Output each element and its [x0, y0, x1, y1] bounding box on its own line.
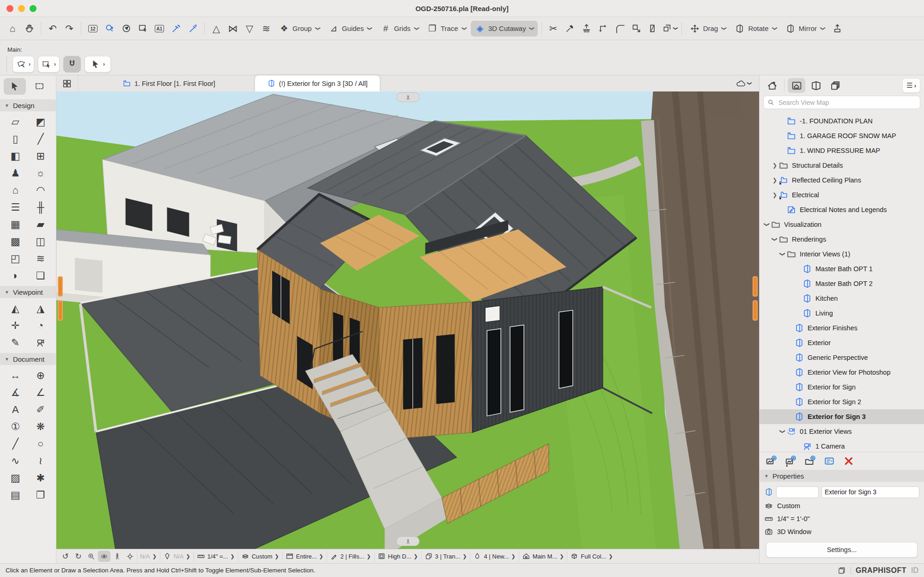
- view-map-item[interactable]: ❯Electrical: [760, 188, 924, 202]
- layers-quick-option[interactable]: Custom❯: [238, 551, 282, 562]
- view-map-item[interactable]: Exterior View for Photoshop: [760, 365, 924, 380]
- view-map-item[interactable]: ❯Renderings: [760, 232, 924, 247]
- graphic-override-quick-option[interactable]: 4 | New...❯: [470, 551, 518, 562]
- grids-button[interactable]: #Grids❯: [377, 21, 422, 36]
- hatch-markers-button[interactable]: ≋: [258, 21, 274, 36]
- section-tool-button[interactable]: ◭: [3, 300, 28, 317]
- multiply-button[interactable]: [829, 21, 845, 36]
- marquee-tool-button[interactable]: [29, 78, 51, 95]
- stair-tool-button[interactable]: ☰: [3, 199, 28, 216]
- find-select-button[interactable]: [102, 21, 117, 36]
- publisher-sets-tab[interactable]: [827, 78, 844, 93]
- delete-button[interactable]: [843, 455, 856, 467]
- spline-tool-button[interactable]: ≀: [28, 452, 54, 469]
- walk-button[interactable]: [111, 551, 123, 562]
- layout-book-tab[interactable]: [807, 78, 825, 93]
- interior-elevation-tool-button[interactable]: ✛: [3, 317, 28, 334]
- display-quality-quick-option[interactable]: High D...❯: [374, 551, 421, 562]
- cutaway-handle-bottom[interactable]: ✂: [396, 536, 419, 546]
- search-input[interactable]: [778, 98, 916, 107]
- arrow-tool-button[interactable]: [4, 78, 26, 95]
- undo-button[interactable]: ↶: [45, 21, 61, 36]
- expander-icon[interactable]: ❯: [764, 221, 770, 228]
- redo-button[interactable]: ↷: [61, 21, 77, 36]
- split-button[interactable]: ✂: [546, 21, 561, 36]
- railing-tool-button[interactable]: ╫: [28, 199, 54, 216]
- select-frame-button[interactable]: [135, 21, 151, 36]
- section-header-viewpoint[interactable]: ▼Viewpoint: [0, 286, 56, 298]
- tab-2[interactable]: (!) Exterior for Sign 3 [3D / All]: [255, 75, 380, 91]
- rotate-button[interactable]: Rotate❯: [730, 21, 780, 36]
- view-map-item[interactable]: 1. GARAGE ROOF SNOW MAP: [760, 128, 924, 143]
- cutaway-3d-button[interactable]: ◈3D Cutaway❯: [471, 21, 538, 36]
- clone-folder-button[interactable]: [784, 455, 797, 467]
- slab-corner-tool-button[interactable]: ◩: [28, 113, 54, 130]
- hatch-tool-button[interactable]: ▨: [3, 469, 28, 486]
- view-map-item[interactable]: -1. FOUNDATION PLAN: [760, 114, 924, 128]
- wall-tool-button[interactable]: ▱: [3, 113, 28, 130]
- measure-button[interactable]: 12: [85, 21, 101, 36]
- dimension-tool-button[interactable]: ↔: [3, 367, 28, 384]
- view-map-tab[interactable]: [788, 78, 805, 93]
- renovation-quick-option[interactable]: 3 | Tran...❯: [421, 551, 470, 562]
- orbit-back-button[interactable]: ↺: [59, 551, 72, 562]
- zoom-in-button[interactable]: [85, 551, 97, 562]
- 3d-cutaway-tool-button[interactable]: ◔: [28, 317, 54, 334]
- drag-button[interactable]: Drag❯: [686, 21, 730, 36]
- resize-button[interactable]: [629, 21, 644, 36]
- label-tool-button[interactable]: ✐: [28, 401, 54, 418]
- view-map-item[interactable]: Electrical Notes and Legends: [760, 202, 924, 217]
- guides-button[interactable]: ⊿Guides❯: [324, 21, 376, 36]
- elevation-tool-button[interactable]: ◮: [28, 300, 54, 317]
- text-tool-button[interactable]: A: [3, 401, 28, 418]
- opening-tool-button[interactable]: ◫: [28, 233, 54, 250]
- shell-tool-button[interactable]: ◠: [28, 182, 54, 199]
- graphisoft-window-icon[interactable]: [838, 566, 846, 575]
- model-view-quick-option[interactable]: Entire...❯: [282, 551, 326, 562]
- line-tool-button[interactable]: ╱: [3, 435, 28, 452]
- structure-display-quick-option[interactable]: Main M...❯: [519, 551, 567, 562]
- camera-tool-button[interactable]: [28, 334, 54, 351]
- view-map-item[interactable]: ❯Visualization: [760, 217, 924, 232]
- expander-icon[interactable]: ❯: [772, 236, 778, 243]
- quick-views-button[interactable]: [56, 75, 78, 91]
- cutaway-handle-left-2[interactable]: [58, 300, 63, 321]
- properties-header[interactable]: ▼Properties: [760, 470, 924, 482]
- callout-tool-button[interactable]: ①: [3, 418, 28, 435]
- view-map-item[interactable]: ❯01 Exterior Views: [760, 424, 924, 439]
- arrow-tool-button[interactable]: ›: [85, 56, 111, 73]
- favorites-button[interactable]: A1: [152, 21, 167, 36]
- marquee-select-button[interactable]: ›: [38, 56, 60, 73]
- mesh-tool-button[interactable]: ≋: [28, 250, 54, 267]
- circle-tool-button[interactable]: ○: [28, 435, 54, 452]
- window-tool-button[interactable]: ⊞: [28, 147, 54, 164]
- radial-dimension-tool-button[interactable]: ∡: [3, 384, 28, 401]
- view-settings-button[interactable]: [823, 455, 836, 467]
- marker-pair-button[interactable]: ⋈: [225, 21, 241, 36]
- roof-tool-button[interactable]: ⌂: [3, 182, 28, 199]
- solid-operations-button[interactable]: ❯: [662, 21, 678, 36]
- trace-button[interactable]: ❐Trace❯: [423, 21, 470, 36]
- option-quick-option[interactable]: N/A❯: [137, 551, 159, 562]
- elevate-button[interactable]: [579, 21, 595, 36]
- section-header-design[interactable]: ▼Design: [0, 99, 56, 111]
- image-tool-button[interactable]: ▤: [3, 486, 28, 504]
- settings-button[interactable]: Settings...: [766, 542, 918, 558]
- scale-ruler-quick-option[interactable]: 1/4" =...❯: [194, 551, 237, 562]
- section-header-document[interactable]: ▼Document: [0, 353, 56, 365]
- cutaway-handle-top[interactable]: ✂: [396, 92, 419, 102]
- add-view-button[interactable]: [765, 455, 778, 467]
- pens-quick-option[interactable]: 2 | Fills...❯: [327, 551, 374, 562]
- grid-element-tool-button[interactable]: ▩: [3, 233, 28, 250]
- project-map-tab[interactable]: [763, 78, 781, 93]
- view-id-field[interactable]: [776, 486, 819, 498]
- door-tool-button[interactable]: ◧: [3, 147, 28, 164]
- column-tool-button[interactable]: ▯: [3, 130, 28, 147]
- magnet-button[interactable]: [63, 56, 81, 73]
- marquee-polygon-button[interactable]: ›: [12, 56, 34, 73]
- trim-button[interactable]: [596, 21, 611, 36]
- view-map-item[interactable]: ❯Structural Details: [760, 158, 924, 173]
- view-map-item[interactable]: ❯Interior Views (1): [760, 247, 924, 261]
- view-map-item[interactable]: ❯Reflected Ceiling Plans: [760, 173, 924, 188]
- view-map-item[interactable]: Exterior: [760, 335, 924, 350]
